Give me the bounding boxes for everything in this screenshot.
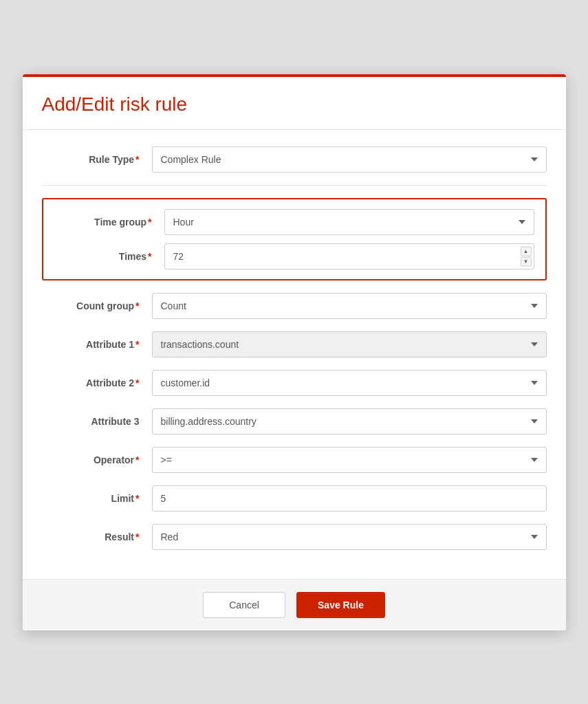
modal-title: Add/Edit risk rule: [42, 94, 547, 116]
result-label: Result: [42, 531, 152, 542]
operator-select[interactable]: >= <= > < =: [152, 447, 547, 473]
attribute3-select[interactable]: billing.address.country billing.address.…: [152, 408, 547, 434]
rule-type-row: Rule Type Complex Rule Simple Rule: [42, 146, 547, 173]
cancel-button[interactable]: Cancel: [203, 592, 285, 618]
divider-1: [42, 185, 547, 186]
times-row: Times ▲ ▼: [54, 243, 534, 270]
save-rule-button[interactable]: Save Rule: [296, 592, 385, 618]
attribute1-label: Attribute 1: [42, 339, 152, 350]
times-label: Times: [54, 251, 164, 262]
times-up-arrow[interactable]: ▲: [521, 246, 532, 256]
modal-container: Add/Edit risk rule Rule Type Complex Rul…: [0, 0, 588, 704]
modal-header: Add/Edit risk rule: [23, 77, 566, 130]
result-select[interactable]: Red Yellow Green: [152, 524, 547, 550]
result-row: Result Red Yellow Green: [42, 524, 547, 550]
time-group-label: Time group: [54, 217, 164, 228]
modal: Add/Edit risk rule Rule Type Complex Rul…: [23, 74, 566, 630]
limit-input[interactable]: [152, 485, 547, 512]
count-group-label: Count group: [42, 300, 152, 311]
time-group-row: Time group Hour Day Week Month: [54, 209, 534, 235]
rule-type-select[interactable]: Complex Rule Simple Rule: [152, 146, 547, 173]
operator-row: Operator >= <= > < =: [42, 447, 547, 473]
times-input-wrapper: ▲ ▼: [164, 243, 534, 270]
modal-footer: Cancel Save Rule: [23, 579, 566, 630]
count-group-row: Count group Count Sum Average: [42, 293, 547, 319]
time-group-select[interactable]: Hour Day Week Month: [164, 209, 534, 235]
times-down-arrow[interactable]: ▼: [521, 256, 532, 266]
time-group-section: Time group Hour Day Week Month Times ▲: [42, 198, 547, 280]
attribute3-label: Attribute 3: [42, 416, 152, 427]
rule-type-label: Rule Type: [42, 154, 152, 165]
times-spinner-arrows[interactable]: ▲ ▼: [521, 246, 532, 266]
modal-body: Rule Type Complex Rule Simple Rule Time …: [23, 130, 566, 579]
limit-row: Limit: [42, 485, 547, 512]
attribute2-row: Attribute 2 customer.id customer.email: [42, 370, 547, 396]
limit-label: Limit: [42, 493, 152, 504]
times-input[interactable]: [164, 243, 534, 270]
attribute1-row: Attribute 1 transactions.count transacti…: [42, 331, 547, 358]
attribute3-row: Attribute 3 billing.address.country bill…: [42, 408, 547, 434]
count-group-select[interactable]: Count Sum Average: [152, 293, 547, 319]
attribute2-select[interactable]: customer.id customer.email: [152, 370, 547, 396]
attribute2-label: Attribute 2: [42, 377, 152, 388]
attribute1-select[interactable]: transactions.count transactions.amount: [152, 331, 547, 358]
operator-label: Operator: [42, 454, 152, 465]
